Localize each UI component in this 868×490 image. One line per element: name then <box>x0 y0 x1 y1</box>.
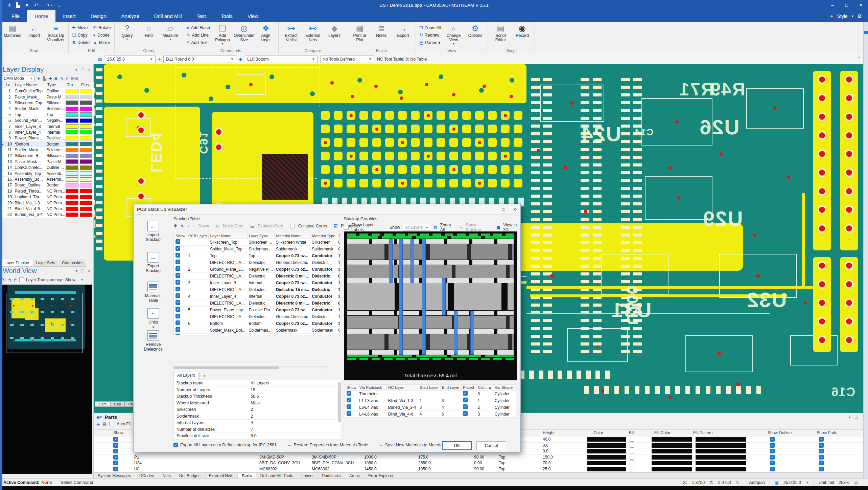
pane-menu-icon[interactable]: ▾ <box>76 269 78 273</box>
show-outline-checkbox[interactable] <box>770 455 775 460</box>
mirror-button[interactable]: ▲Mirror <box>92 39 112 46</box>
layer-row[interactable]: 2Paste_Mask_...Paste M... <box>0 94 94 100</box>
via-row[interactable]: L3-L4 viasBuried_Via_3-4342Cylinder <box>345 404 516 411</box>
over-under-size-button[interactable]: ◎Over/UnderSize <box>234 23 255 42</box>
more-label[interactable]: Mor <box>71 76 78 81</box>
stackup-row[interactable]: DIELECTRIC_LA...DielectricGeneric Dielec… <box>174 259 340 266</box>
via-row[interactable]: Thru holes0Cylinder <box>345 391 516 397</box>
trace-color-swatch[interactable] <box>66 171 78 176</box>
trace-color-swatch[interactable] <box>66 201 78 205</box>
make-core-label[interactable]: Make Core <box>223 224 243 228</box>
fill-pattern-swatch[interactable] <box>696 443 746 448</box>
style-dropdown[interactable]: Style <box>837 14 848 19</box>
layer-row[interactable]: 12Silkscreen_B...Silkscre... <box>0 153 94 159</box>
pane-pin-icon[interactable]: ⏍ <box>81 269 84 273</box>
move-button[interactable]: ✚Move <box>71 24 91 31</box>
trace-color-swatch[interactable] <box>66 101 78 105</box>
mini-tab-cam[interactable]: Cam <box>95 401 110 407</box>
fill-checkbox[interactable] <box>630 455 634 460</box>
trace-color-swatch[interactable] <box>66 148 78 152</box>
tab-test[interactable]: Test <box>189 10 213 22</box>
stackup-row[interactable]: DIELECTRIC_LA...DielectricDielectric 15 … <box>174 286 340 293</box>
show-outline-checkbox[interactable] <box>770 467 775 471</box>
stackup-visualizer-button[interactable]: ≡Stack UpVisualizer <box>45 23 66 42</box>
layer-row[interactable]: 13Paste_Mask_...Paste M... <box>0 159 94 165</box>
layer-row[interactable]: 19Unplated_Thr...NC Prim... <box>0 194 94 200</box>
show-checkbox[interactable] <box>175 280 180 285</box>
bottom-tab-areas[interactable]: Areas <box>345 473 364 478</box>
move-up-icon[interactable]: ↑ <box>187 224 189 228</box>
flash-color-swatch[interactable] <box>80 154 92 158</box>
remove-layer-icon[interactable]: ✖ <box>54 76 58 81</box>
bottom-tab-layers[interactable]: Layers <box>297 473 318 478</box>
cam-mode-combo[interactable]: CAM Mode▼ <box>2 75 34 82</box>
align-layer-button[interactable]: ❖AlignLayer <box>255 23 276 42</box>
trace-color-swatch[interactable] <box>66 107 78 111</box>
parts-row[interactable]: U8MC68302MC683021450.01850.090.00Top25.0 <box>94 466 868 472</box>
via-row[interactable]: L4-L6 viasBlind_Via_4-6463Cylinder <box>345 411 516 418</box>
add-text-button[interactable]: AAdd Text <box>185 39 211 46</box>
layer-row[interactable]: 1ComOutlineTopOutline ... <box>0 88 94 94</box>
add-line-button[interactable]: ✎Add Line <box>185 31 211 39</box>
flash-color-swatch[interactable] <box>80 189 92 193</box>
machines-button[interactable]: ▦Machines <box>2 23 23 38</box>
copy-button[interactable]: ❏Copy <box>71 31 91 39</box>
show-checkbox[interactable] <box>175 327 180 332</box>
stackup-property-row[interactable]: Stackup Thickness58.6 <box>174 393 341 400</box>
layer-row[interactable]: 20Blind_Via_1-3NC Prim... <box>0 200 94 206</box>
show-checkbox[interactable] <box>175 260 180 264</box>
zoom-level[interactable]: 253% <box>839 480 849 485</box>
trace-color-swatch[interactable] <box>66 130 78 134</box>
bottom-tab-dcodes[interactable]: DCodes <box>135 473 158 478</box>
move-down-icon[interactable]: ↓ <box>193 224 195 228</box>
minimize-button[interactable]: ─ <box>825 0 840 10</box>
ok-button[interactable]: OK <box>442 441 472 450</box>
parts-filter-icon[interactable]: ◆▾ <box>96 415 102 420</box>
fill-checkbox[interactable] <box>630 467 634 471</box>
show-checkbox[interactable] <box>175 239 180 244</box>
flash-color-swatch[interactable] <box>80 95 92 99</box>
units-dropdown-icon[interactable]: ▾ <box>152 325 154 329</box>
trace-color-swatch[interactable] <box>66 207 78 211</box>
plated-checkbox[interactable] <box>463 391 468 396</box>
layer-row[interactable]: 7Inner_Layer_3Internal <box>0 124 94 129</box>
world-view-canvas[interactable] <box>1 285 92 474</box>
trace-color-swatch[interactable] <box>66 95 78 99</box>
fill-pattern-swatch[interactable] <box>696 437 746 442</box>
parts-row[interactable]: U348BIT_DA_CONV_3CH8BIT_D/A_CONV_3CH1850… <box>94 460 868 466</box>
show-outline-checkbox[interactable] <box>770 443 775 448</box>
show-checkbox[interactable] <box>113 449 118 453</box>
stackup-row[interactable]: 4Inner_Layer_4InternalCopper 0.73 oz...C… <box>174 293 340 300</box>
flash-color-swatch[interactable] <box>80 195 92 199</box>
stackup-property-row[interactable]: Soldermask2 <box>174 413 341 420</box>
units-button[interactable]: ▪▫Units ▾ <box>137 308 169 330</box>
trace-color-swatch[interactable] <box>66 189 78 193</box>
pane-close-icon[interactable]: ✕ <box>87 67 91 72</box>
flash-color-swatch[interactable] <box>80 213 92 217</box>
parts-row[interactable]: P13M-SMD-50P3M-SMD-50P1000.0175.090.00To… <box>94 454 868 461</box>
print-button[interactable]: ▦Print orPlot <box>349 23 370 42</box>
show-checkbox[interactable] <box>113 467 118 471</box>
flash-color-swatch[interactable] <box>80 183 92 187</box>
import-stackup-button[interactable]: ←ImportStackup <box>137 221 169 242</box>
show-checkbox[interactable] <box>347 404 351 409</box>
bottom-tab-drill-and-mill-tools[interactable]: Drill and Mill Tools <box>256 473 297 478</box>
export-stackup-button[interactable]: →ExportStackup <box>137 252 169 273</box>
fill-checkbox[interactable] <box>630 443 634 448</box>
fill-pattern-swatch[interactable] <box>696 467 746 471</box>
style-chevron-icon[interactable]: ▼ <box>851 15 854 18</box>
color-swatch[interactable] <box>587 443 626 448</box>
stackup-row[interactable]: DIELECTRIC_LA...DielectricDielectric 8 m… <box>174 273 340 280</box>
stackup-row[interactable]: Silkscreen_BottomSilkscreen ...Silkscree… <box>174 334 340 335</box>
zoom-all-label[interactable]: Zoom All <box>440 223 454 232</box>
stackup-property-row[interactable]: Number of Layers15 <box>174 387 341 394</box>
pane-close-icon[interactable]: ✕ <box>88 269 91 273</box>
trace-color-swatch[interactable] <box>66 195 78 199</box>
layer-row[interactable]: 22Buried_Via_3-4NC Prim... <box>0 212 94 218</box>
show-checkbox[interactable] <box>175 334 180 335</box>
measure-button[interactable]: ▱Measure▼ <box>160 23 181 41</box>
flash-color-swatch[interactable] <box>80 89 92 93</box>
stackup-row[interactable]: DIELECTRIC_LA...DielectricDielectric 8 m… <box>174 300 340 307</box>
tab-design[interactable]: Design <box>83 10 114 22</box>
fill-pattern-swatch[interactable] <box>696 449 746 453</box>
